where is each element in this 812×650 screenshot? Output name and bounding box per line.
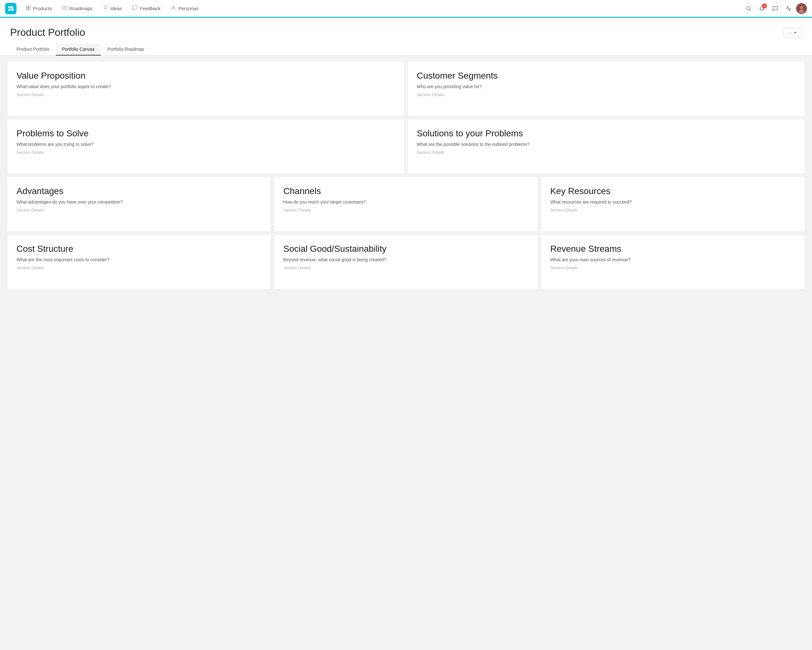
- feedback-icon: [132, 5, 138, 12]
- user-avatar[interactable]: [796, 3, 807, 14]
- roadmap-icon: [62, 5, 67, 12]
- page-header: Product Portfolio ···: [0, 18, 812, 43]
- notification-badge: 5: [762, 3, 767, 9]
- canvas-row-1: Value Proposition What value does your p…: [8, 62, 804, 116]
- cell-link[interactable]: Section Details: [550, 265, 578, 270]
- cell-title: Social Good/Sustainability: [283, 244, 528, 254]
- more-options-button[interactable]: ···: [783, 28, 802, 37]
- nav-item-products[interactable]: Products: [21, 4, 55, 13]
- cell-subtitle: What are the most important costs to con…: [17, 257, 262, 262]
- notifications-button[interactable]: 5: [756, 3, 768, 14]
- cell-title: Solutions to your Problems: [417, 128, 795, 139]
- tab-product-portfolio[interactable]: Product Portfolio: [10, 43, 56, 55]
- cell-subtitle: What are your main sources of revenue?: [550, 257, 795, 262]
- cell-link[interactable]: Section Details: [17, 208, 44, 212]
- cell-link[interactable]: Section Details: [417, 150, 444, 155]
- cell-problems-to-solve[interactable]: Problems to Solve What problems are you …: [8, 119, 404, 174]
- nav-item-roadmaps[interactable]: Roadmaps: [58, 4, 96, 13]
- svg-point-8: [800, 6, 803, 9]
- cell-subtitle: What resources are required to succeed?: [550, 200, 795, 204]
- lightbulb-icon: [103, 5, 108, 12]
- canvas-row-3: Advantages What advantages do you have o…: [8, 177, 804, 231]
- cell-title: Advantages: [17, 186, 262, 196]
- cell-channels[interactable]: Channels How do you reach your target cu…: [274, 177, 537, 231]
- cell-subtitle: How do you reach your target customers?: [283, 200, 528, 204]
- cell-link[interactable]: Section Details: [17, 92, 44, 97]
- box-icon: [25, 5, 31, 12]
- svg-point-6: [747, 7, 750, 10]
- svg-rect-1: [29, 6, 31, 8]
- canvas-grid: Value Proposition What value does your p…: [8, 62, 804, 289]
- cell-link[interactable]: Section Details: [283, 265, 311, 270]
- svg-rect-2: [26, 8, 28, 10]
- app-logo[interactable]: [5, 3, 17, 14]
- canvas-row-4: Cost Structure What are the most importa…: [8, 235, 804, 289]
- cell-title: Key Resources: [550, 186, 795, 196]
- cell-title: Revenue Streams: [550, 244, 795, 254]
- cell-social-good[interactable]: Social Good/Sustainability Beyond revenu…: [274, 235, 537, 289]
- svg-rect-3: [29, 8, 31, 10]
- svg-point-5: [172, 6, 174, 8]
- cell-title: Channels: [283, 186, 528, 196]
- cell-solutions[interactable]: Solutions to your Problems What are the …: [408, 119, 804, 174]
- tab-portfolio-canvas[interactable]: Portfolio Canvas: [56, 43, 101, 55]
- nav-item-feedback[interactable]: Feedback: [128, 4, 164, 13]
- cell-title: Cost Structure: [17, 244, 262, 254]
- cell-advantages[interactable]: Advantages What advantages do you have o…: [8, 177, 270, 231]
- tabs: Product Portfolio Portfolio Canvas Portf…: [0, 43, 812, 55]
- cell-key-resources[interactable]: Key Resources What resources are require…: [542, 177, 804, 231]
- cell-subtitle: What advantages do you have over your co…: [17, 200, 262, 204]
- cell-revenue-streams[interactable]: Revenue Streams What are your main sourc…: [542, 235, 804, 289]
- cell-link[interactable]: Section Details: [550, 208, 578, 212]
- svg-rect-0: [26, 6, 28, 8]
- canvas-row-2: Problems to Solve What problems are you …: [8, 119, 804, 174]
- personas-icon: [171, 5, 176, 12]
- cell-link[interactable]: Section Details: [17, 265, 44, 270]
- page-title: Product Portfolio: [10, 27, 85, 38]
- cell-title: Value Proposition: [17, 71, 395, 81]
- search-button[interactable]: [743, 3, 754, 14]
- activity-button[interactable]: [783, 3, 794, 14]
- messages-button[interactable]: [769, 3, 781, 14]
- navigation: Products Roadmaps Ideas Feedback: [0, 0, 812, 18]
- cell-subtitle: What value does your portfolio aspire to…: [17, 84, 395, 89]
- cell-subtitle: Who are you providing value for?: [417, 84, 795, 89]
- nav-right-actions: 5: [743, 3, 807, 14]
- cell-subtitle: Beyond revenue, what social good is bein…: [283, 257, 528, 262]
- tab-portfolio-roadmap[interactable]: Portfolio Roadmap: [101, 43, 150, 55]
- nav-item-personas[interactable]: Personas: [167, 4, 202, 13]
- cell-link[interactable]: Section Details: [17, 150, 44, 155]
- nav-item-ideas[interactable]: Ideas: [99, 4, 126, 13]
- chevron-down-icon: [793, 31, 797, 35]
- cell-title: Customer Segments: [417, 71, 795, 81]
- cell-customer-segments[interactable]: Customer Segments Who are you providing …: [408, 62, 804, 116]
- portfolio-canvas: Value Proposition What value does your p…: [0, 55, 812, 650]
- cell-link[interactable]: Section Details: [417, 92, 444, 97]
- cell-title: Problems to Solve: [17, 128, 395, 139]
- cell-cost-structure[interactable]: Cost Structure What are the most importa…: [8, 235, 270, 289]
- cell-value-proposition[interactable]: Value Proposition What value does your p…: [8, 62, 404, 116]
- cell-link[interactable]: Section Details: [283, 208, 311, 212]
- cell-subtitle: What are the possible solutions to the o…: [417, 142, 795, 147]
- cell-subtitle: What problems are you trying to solve?: [17, 142, 395, 147]
